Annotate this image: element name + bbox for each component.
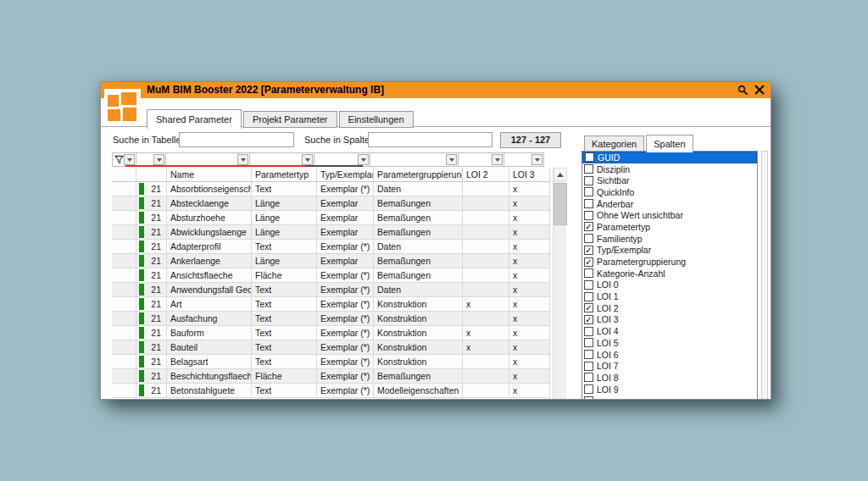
column-toggle-item[interactable]: ✓Typ/Exemplar: [582, 245, 757, 257]
table-cell[interactable]: Bemaßungen: [374, 196, 463, 211]
column-toggle-item[interactable]: LOI 7: [582, 360, 757, 372]
table-cell[interactable]: Exemplar: [317, 225, 374, 240]
table-row[interactable]: 21ArtTextExemplar (*)Konstruktionxx: [112, 297, 550, 312]
row-num-cell[interactable]: 21: [136, 182, 167, 196]
table-cell[interactable]: Exemplar (*): [317, 268, 374, 283]
panel-scrollbar[interactable]: [761, 151, 768, 400]
checkbox-icon[interactable]: [584, 164, 593, 174]
column-toggle-item[interactable]: ✓Parametertyp: [582, 221, 757, 233]
filter-cell-parametergruppierung[interactable]: [370, 152, 459, 167]
row-header-cell[interactable]: [112, 182, 136, 196]
column-toggle-item[interactable]: GUID: [582, 152, 757, 163]
filter-dropdown-icon[interactable]: [531, 154, 542, 165]
table-cell[interactable]: Bemaßungen: [374, 225, 463, 240]
row-num-cell[interactable]: 21: [136, 384, 167, 398]
table-cell[interactable]: Bauteil: [167, 340, 252, 355]
table-cell[interactable]: Konstruktion: [374, 355, 463, 369]
table-cell[interactable]: Konstruktion: [374, 297, 463, 312]
row-header-cell[interactable]: [112, 326, 136, 340]
table-cell[interactable]: Beschichtungsflaeche: [167, 369, 252, 384]
table-cell[interactable]: Länge: [252, 254, 317, 268]
row-header-cell[interactable]: [112, 211, 136, 225]
filter-dropdown-icon[interactable]: [302, 154, 313, 165]
column-toggle-item[interactable]: [582, 395, 757, 400]
checkbox-checked-icon[interactable]: ✓: [584, 257, 593, 267]
search-table-input[interactable]: [179, 132, 294, 147]
table-cell[interactable]: Adapterprofil: [167, 240, 252, 254]
table-row[interactable]: 21BauteilTextExemplar (*)Konstruktionxx: [112, 340, 550, 355]
table-cell[interactable]: x: [463, 326, 509, 340]
row-num-cell[interactable]: 21: [136, 369, 167, 384]
checkbox-icon[interactable]: [584, 327, 593, 336]
table-cell[interactable]: Exemplar (*): [317, 340, 374, 355]
table-cell[interactable]: Ansichtsflaeche: [167, 268, 252, 283]
table-cell[interactable]: [463, 369, 509, 384]
checkbox-checked-icon[interactable]: ✓: [584, 246, 593, 255]
table-cell[interactable]: x: [509, 384, 550, 398]
table-cell[interactable]: Modelleigenschaften: [374, 384, 463, 398]
table-cell[interactable]: Text: [252, 340, 317, 355]
row-num-cell[interactable]: 21: [136, 340, 167, 355]
row-header-cell[interactable]: [112, 196, 136, 211]
search-icon[interactable]: [737, 84, 748, 96]
table-cell[interactable]: Text: [252, 182, 317, 196]
table-row[interactable]: 21AbsturzhoeheLängeExemplarBemaßungenx: [112, 211, 550, 225]
checkbox-icon[interactable]: [584, 292, 593, 301]
row-num-cell[interactable]: 21: [136, 297, 167, 312]
table-cell[interactable]: Bemaßungen: [374, 254, 463, 268]
column-toggle-item[interactable]: Sichtbar: [582, 174, 757, 186]
table-cell[interactable]: Konstruktion: [374, 312, 463, 326]
table-cell[interactable]: Exemplar (*): [317, 182, 374, 196]
table-cell[interactable]: [463, 268, 509, 283]
table-cell[interactable]: Exemplar (*): [317, 312, 374, 326]
table-row[interactable]: 21AbwicklungslaengeLängeExemplarBemaßung…: [112, 225, 550, 240]
table-cell[interactable]: Ausfachung: [167, 312, 252, 326]
filter-dropdown-icon[interactable]: [153, 154, 164, 165]
table-cell[interactable]: x: [509, 268, 550, 283]
table-cell[interactable]: Bemaßungen: [374, 369, 463, 384]
row-num-cell[interactable]: 21: [136, 326, 167, 340]
table-cell[interactable]: Text: [252, 297, 317, 312]
row-header-cell[interactable]: [112, 240, 136, 254]
checkbox-icon[interactable]: [584, 176, 593, 185]
scroll-up-icon[interactable]: [554, 168, 567, 181]
table-cell[interactable]: Exemplar (*): [317, 326, 374, 340]
column-header[interactable]: LOI 2: [463, 168, 509, 182]
table-cell[interactable]: Text: [252, 355, 317, 369]
table-cell[interactable]: Exemplar (*): [317, 240, 374, 254]
table-cell[interactable]: x: [509, 182, 550, 196]
column-toggle-item[interactable]: LOI 8: [582, 372, 757, 384]
checkbox-icon[interactable]: [584, 396, 593, 400]
table-cell[interactable]: x: [509, 211, 550, 225]
table-cell[interactable]: Länge: [252, 211, 317, 225]
table-cell[interactable]: x: [509, 283, 550, 297]
table-cell[interactable]: x: [509, 240, 550, 254]
close-icon[interactable]: [754, 84, 765, 96]
row-num-cell[interactable]: 21: [136, 312, 167, 326]
row-header-cell[interactable]: [112, 225, 136, 240]
row-num-cell[interactable]: 21: [136, 254, 167, 268]
row-header-cell[interactable]: [112, 355, 136, 369]
table-cell[interactable]: Fläche: [252, 268, 317, 283]
checkbox-icon[interactable]: [584, 234, 593, 243]
checkbox-icon[interactable]: [584, 280, 593, 290]
table-cell[interactable]: Länge: [252, 196, 317, 211]
column-toggle-item[interactable]: ✓LOI 2: [582, 302, 757, 314]
filter-cell-loi3[interactable]: [504, 152, 544, 167]
table-cell[interactable]: x: [509, 196, 550, 211]
table-cell[interactable]: Belagsart: [167, 355, 252, 369]
table-scrollbar[interactable]: [553, 168, 566, 400]
table-row[interactable]: 21AbstecklaengeLängeExemplarBemaßungenx: [112, 196, 550, 211]
table-cell[interactable]: [463, 355, 509, 369]
table-cell[interactable]: Exemplar: [317, 211, 374, 225]
table-row[interactable]: 21BauformTextExemplar (*)Konstruktionxx: [112, 326, 550, 340]
table-cell[interactable]: Bauform: [167, 326, 252, 340]
table-cell[interactable]: x: [509, 254, 550, 268]
table-cell[interactable]: Daten: [374, 182, 463, 196]
row-header-cell[interactable]: [112, 268, 136, 283]
column-toggle-item[interactable]: LOI 0: [582, 279, 757, 291]
row-header-cell[interactable]: [112, 384, 136, 398]
table-cell[interactable]: x: [509, 297, 550, 312]
column-toggle-item[interactable]: Änderbar: [582, 198, 757, 210]
row-header-cell[interactable]: [112, 312, 136, 326]
